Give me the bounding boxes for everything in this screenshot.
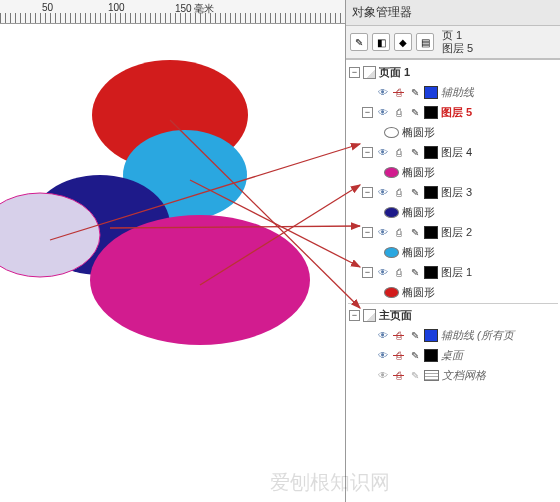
ellipse-pink[interactable] (90, 215, 310, 345)
layer-label: 桌面 (441, 348, 463, 363)
eye-icon[interactable]: 👁 (376, 187, 389, 198)
page-icon (363, 309, 376, 322)
eye-icon[interactable]: 👁 (376, 227, 389, 238)
ellipse-icon (384, 207, 399, 218)
layer-label: 图层 4 (441, 145, 472, 160)
layer-row-1[interactable]: 👁 ⎙ ✎ 图层 1 (346, 262, 560, 282)
print-icon[interactable]: ⎙ (392, 187, 405, 198)
expander-icon[interactable] (349, 67, 360, 78)
toolbar-btn-3[interactable]: ◆ (394, 33, 412, 51)
layer-row-5[interactable]: 👁 ⎙ ✎ 图层 5 (346, 102, 560, 122)
expander-icon[interactable] (349, 310, 360, 321)
color-swatch[interactable] (424, 106, 438, 119)
pencil-icon[interactable]: ✎ (408, 350, 421, 361)
toolbar-btn-2[interactable]: ◧ (372, 33, 390, 51)
color-swatch[interactable] (424, 86, 438, 99)
object-row-ellipse[interactable]: 椭圆形 (346, 242, 560, 262)
panel-title: 对象管理器 (346, 0, 560, 26)
pencil-icon[interactable]: ✎ (408, 330, 421, 341)
layer-label: 图层 1 (441, 265, 472, 280)
ellipse-icon (384, 247, 399, 258)
print-icon[interactable]: ⎙ (392, 107, 405, 118)
master-grid-row[interactable]: 👁 ⎙ ✎ 文档网格 (346, 365, 560, 385)
layer-label: 图层 5 (441, 105, 472, 120)
eye-icon[interactable]: 👁 (376, 370, 389, 381)
eye-icon[interactable]: 👁 (376, 147, 389, 158)
expander-icon[interactable] (362, 267, 373, 278)
object-label: 椭圆形 (402, 165, 435, 180)
eye-icon[interactable]: 👁 (376, 330, 389, 341)
drawing-surface[interactable] (0, 24, 345, 502)
print-icon[interactable]: ⎙ (392, 147, 405, 158)
page-node[interactable]: 页面 1 (346, 62, 560, 82)
ellipse-icon (384, 167, 399, 178)
object-label: 椭圆形 (402, 205, 435, 220)
print-disabled-icon[interactable]: ⎙ (392, 370, 405, 381)
expander-icon[interactable] (362, 107, 373, 118)
pencil-icon[interactable]: ✎ (408, 187, 421, 198)
ellipse-icon (384, 287, 399, 298)
object-row-ellipse[interactable]: 椭圆形 (346, 282, 560, 302)
layer-row-2[interactable]: 👁 ⎙ ✎ 图层 2 (346, 222, 560, 242)
current-layer: 图层 5 (442, 42, 473, 55)
expander-icon[interactable] (362, 227, 373, 238)
color-swatch[interactable] (424, 266, 438, 279)
print-disabled-icon[interactable]: ⎙ (392, 330, 405, 341)
object-row-ellipse[interactable]: 椭圆形 (346, 122, 560, 142)
color-swatch[interactable] (424, 226, 438, 239)
pencil-icon[interactable]: ✎ (408, 87, 421, 98)
ruler-tick: 100 (108, 2, 125, 13)
expander-icon[interactable] (362, 147, 373, 158)
master-label: 主页面 (379, 308, 412, 323)
master-page-node[interactable]: 主页面 (346, 305, 560, 325)
toolbar-btn-1[interactable]: ✎ (350, 33, 368, 51)
ellipses-svg (0, 24, 345, 494)
layer-row-3[interactable]: 👁 ⎙ ✎ 图层 3 (346, 182, 560, 202)
panel-toolbar: ✎ ◧ ◆ ▤ 页 1 图层 5 (346, 26, 560, 59)
pencil-icon[interactable]: ✎ (408, 370, 421, 381)
object-row-ellipse[interactable]: 椭圆形 (346, 202, 560, 222)
pencil-icon[interactable]: ✎ (408, 147, 421, 158)
color-swatch[interactable] (424, 146, 438, 159)
object-row-ellipse[interactable]: 椭圆形 (346, 162, 560, 182)
master-guides-row[interactable]: 👁 ⎙ ✎ 辅助线 (所有页 (346, 325, 560, 345)
page-icon (363, 66, 376, 79)
object-manager-panel: 对象管理器 ✎ ◧ ◆ ▤ 页 1 图层 5 页面 1 👁 ⎙ ✎ (345, 0, 560, 502)
layer-label: 文档网格 (442, 368, 486, 383)
object-label: 椭圆形 (402, 125, 435, 140)
grid-icon (424, 370, 439, 381)
canvas-area[interactable]: 50 100 150 毫米 (0, 0, 345, 502)
layer-label: 图层 2 (441, 225, 472, 240)
ruler-horizontal: 50 100 150 毫米 (0, 0, 345, 24)
print-icon[interactable]: ⎙ (392, 267, 405, 278)
pencil-icon[interactable]: ✎ (408, 227, 421, 238)
pencil-icon[interactable]: ✎ (408, 267, 421, 278)
print-disabled-icon[interactable]: ⎙ (392, 87, 405, 98)
layer-label: 图层 3 (441, 185, 472, 200)
ellipse-icon (384, 127, 399, 138)
color-swatch[interactable] (424, 329, 438, 342)
page-label: 页面 1 (379, 65, 410, 80)
color-swatch[interactable] (424, 349, 438, 362)
pencil-icon[interactable]: ✎ (408, 107, 421, 118)
print-disabled-icon[interactable]: ⎙ (392, 350, 405, 361)
color-swatch[interactable] (424, 186, 438, 199)
layer-label: 辅助线 (441, 85, 474, 100)
eye-icon[interactable]: 👁 (376, 87, 389, 98)
current-page: 页 1 (442, 29, 473, 42)
object-label: 椭圆形 (402, 285, 435, 300)
layer-label: 辅助线 (所有页 (441, 328, 514, 343)
layer-row-4[interactable]: 👁 ⎙ ✎ 图层 4 (346, 142, 560, 162)
layer-row-guides[interactable]: 👁 ⎙ ✎ 辅助线 (346, 82, 560, 102)
print-icon[interactable]: ⎙ (392, 227, 405, 238)
eye-icon[interactable]: 👁 (376, 350, 389, 361)
master-desktop-row[interactable]: 👁 ⎙ ✎ 桌面 (346, 345, 560, 365)
toolbar-btn-4[interactable]: ▤ (416, 33, 434, 51)
ruler-tick: 50 (42, 2, 53, 13)
eye-icon[interactable]: 👁 (376, 267, 389, 278)
eye-icon[interactable]: 👁 (376, 107, 389, 118)
object-label: 椭圆形 (402, 245, 435, 260)
expander-icon[interactable] (362, 187, 373, 198)
layer-tree[interactable]: 页面 1 👁 ⎙ ✎ 辅助线 👁 ⎙ ✎ 图层 5 (346, 59, 560, 502)
